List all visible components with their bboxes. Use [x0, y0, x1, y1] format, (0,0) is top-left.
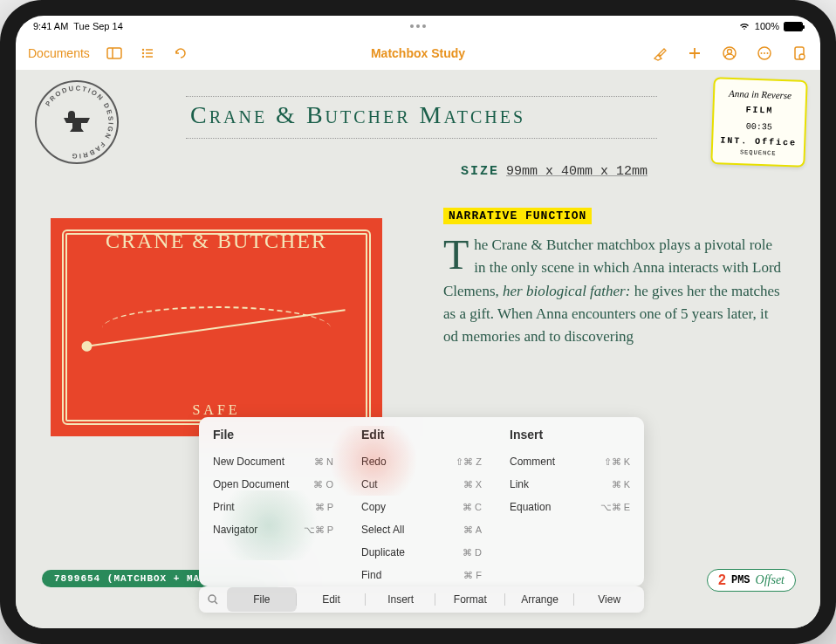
wifi-icon: [738, 22, 750, 31]
shortcut-link[interactable]: Link⌘ K: [510, 473, 630, 496]
svg-point-4: [142, 56, 144, 58]
size-row: SIZE 99mm x 40mm x 12mm: [461, 164, 648, 179]
shortcuts-head-insert: Insert: [510, 428, 630, 442]
svg-point-17: [799, 54, 805, 59]
svg-line-20: [215, 601, 217, 604]
document-settings-icon[interactable]: [791, 45, 808, 62]
status-right: 100%: [738, 21, 803, 31]
dropcap: T: [443, 234, 474, 272]
shortcut-open-document[interactable]: Open Document⌘ O: [213, 473, 333, 496]
multitask-dots[interactable]: [410, 24, 426, 28]
film-timecode: 00:35: [719, 119, 799, 134]
shortcut-print[interactable]: Print⌘ P: [213, 496, 333, 518]
film-info-card[interactable]: Anna in Reverse FILM 00:35 INT. Office S…: [710, 77, 807, 168]
document-title[interactable]: Matchbox Study: [371, 46, 465, 60]
pms-count: 2: [718, 572, 726, 588]
shortcuts-tab-format[interactable]: Format: [435, 587, 505, 612]
format-brush-icon[interactable]: [651, 45, 668, 62]
body-paragraph: The Crane & Butcher matchbox plays a piv…: [443, 234, 784, 349]
shortcuts-col-edit: Edit Redo⇧⌘ Z Cut⌘ X Copy⌘ C Select All⌘…: [347, 428, 496, 586]
shortcuts-head-file: File: [213, 428, 333, 442]
shortcut-find[interactable]: Find⌘ F: [361, 564, 482, 586]
shortcuts-head-edit: Edit: [361, 428, 482, 442]
status-bar: 9:41 AM Tue Sep 14 100%: [16, 16, 820, 37]
status-left: 9:41 AM Tue Sep 14: [33, 21, 123, 31]
body-emphasis: her biological father:: [503, 283, 630, 299]
shortcuts-search-icon[interactable]: [199, 593, 227, 606]
matchbox-illustration: CRANE & BUTCHER SAFE: [51, 218, 382, 436]
keyboard-shortcuts-panel: File New Document⌘ N Open Document⌘ O Pr…: [199, 417, 644, 586]
svg-point-19: [209, 595, 216, 602]
ipad-device-frame: 9:41 AM Tue Sep 14 100% Documents Matchb…: [0, 0, 836, 644]
shortcut-new-document[interactable]: New Document⌘ N: [213, 450, 333, 473]
shortcuts-col-file: File New Document⌘ N Open Document⌘ O Pr…: [199, 428, 347, 586]
more-icon[interactable]: [756, 45, 773, 62]
sidebar-toggle-icon[interactable]: [106, 45, 123, 62]
narrative-header: NARRATIVE FUNCTION: [443, 208, 592, 224]
shortcut-duplicate[interactable]: Duplicate⌘ D: [361, 541, 482, 564]
shortcuts-tab-insert[interactable]: Insert: [366, 587, 435, 612]
shortcut-copy[interactable]: Copy⌘ C: [361, 496, 482, 518]
shortcut-equation[interactable]: Equation⌥⌘ E: [510, 496, 630, 518]
matchbox-safety: SAFE: [192, 402, 240, 418]
shortcuts-tab-view[interactable]: View: [574, 587, 644, 612]
shortcuts-tab-file[interactable]: File: [227, 587, 297, 612]
shortcut-cut[interactable]: Cut⌘ X: [361, 473, 482, 496]
size-value: 99mm x 40mm x 12mm: [506, 164, 648, 179]
film-title: Anna in Reverse: [720, 86, 801, 103]
svg-point-11: [728, 50, 732, 54]
document-heading: Crane & Butcher Matches: [190, 101, 525, 129]
battery-percent: 100%: [755, 21, 779, 31]
pms-tag: 2 PMS Offset: [707, 569, 796, 592]
svg-point-13: [761, 52, 763, 54]
shortcuts-tab-arrange[interactable]: Arrange: [505, 587, 575, 612]
shortcut-redo[interactable]: Redo⇧⌘ Z: [361, 450, 482, 473]
insert-add-icon[interactable]: [686, 45, 703, 62]
shortcuts-tab-edit[interactable]: Edit: [297, 587, 367, 612]
status-date: Tue Sep 14: [73, 21, 122, 31]
document-canvas[interactable]: PRODUCTION DESIGN FABRIG Crane & Butcher…: [16, 70, 820, 628]
anvil-icon: [59, 109, 94, 135]
undo-icon[interactable]: [172, 45, 189, 62]
status-time: 9:41 AM: [33, 21, 68, 31]
battery-icon: [784, 22, 803, 31]
shortcuts-col-insert: Insert Comment⇧⌘ K Link⌘ K Equation⌥⌘ E: [496, 428, 644, 586]
svg-point-15: [767, 52, 769, 54]
pms-style: Offset: [756, 573, 785, 587]
matchbox-brand: CRANE & BUTCHER: [106, 230, 327, 253]
shortcut-navigator[interactable]: Navigator⌥⌘ P: [213, 518, 333, 541]
collaborate-icon[interactable]: [721, 45, 738, 62]
pms-label: PMS: [731, 574, 750, 586]
shortcuts-tab-bar: File Edit Insert Format Arrange View: [199, 586, 644, 613]
film-location: INT. Office: [718, 134, 798, 149]
screen: 9:41 AM Tue Sep 14 100% Documents Matchb…: [16, 16, 820, 628]
svg-point-3: [142, 52, 144, 54]
production-stamp: PRODUCTION DESIGN FABRIG: [35, 80, 119, 164]
view-options-icon[interactable]: [139, 45, 156, 62]
title-rule-bottom: [186, 138, 657, 139]
shortcut-comment[interactable]: Comment⇧⌘ K: [510, 450, 630, 473]
size-label: SIZE: [461, 164, 499, 179]
documents-back-button[interactable]: Documents: [28, 46, 90, 60]
app-toolbar: Documents Matchbox Study: [16, 37, 820, 70]
title-rule-top: [186, 96, 657, 97]
svg-rect-0: [107, 48, 121, 58]
svg-point-14: [764, 52, 765, 54]
svg-point-2: [142, 49, 144, 51]
shortcut-select-all[interactable]: Select All⌘ A: [361, 518, 482, 541]
film-type: FILM: [719, 102, 799, 118]
